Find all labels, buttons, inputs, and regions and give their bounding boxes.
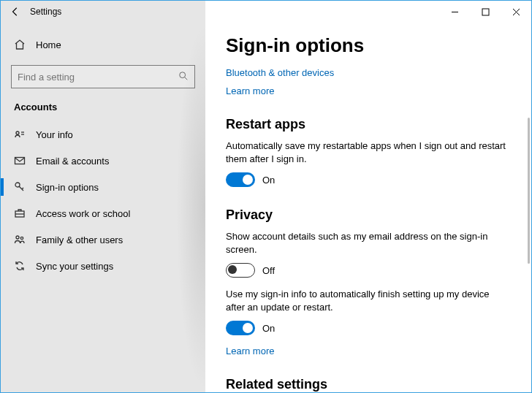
restart-apps-heading: Restart apps: [226, 117, 511, 132]
svg-point-14: [20, 237, 23, 239]
privacy-learn-more-link[interactable]: Learn more: [226, 346, 511, 356]
privacy-signin-info-toggle-row: On: [226, 321, 511, 335]
restart-apps-toggle-label: On: [262, 175, 275, 186]
privacy-show-account-toggle[interactable]: [226, 263, 255, 278]
person-card-icon: [14, 129, 26, 140]
learn-more-link[interactable]: Learn more: [226, 85, 511, 96]
sidebar: Home Accounts Your info Email & acco: [1, 23, 205, 392]
svg-line-5: [185, 77, 188, 80]
sidebar-item-sign-in-options[interactable]: Sign-in options: [1, 174, 205, 200]
svg-point-6: [16, 131, 19, 134]
privacy-show-account-toggle-row: Off: [226, 263, 511, 278]
people-icon: [14, 234, 26, 245]
titlebar: Settings: [1, 1, 531, 23]
sidebar-item-label: Email & accounts: [36, 156, 109, 167]
briefcase-icon: [14, 207, 26, 219]
svg-point-4: [180, 72, 186, 77]
sidebar-item-label: Your info: [36, 129, 73, 140]
sidebar-item-label: Family & other users: [36, 234, 123, 245]
sidebar-item-your-info[interactable]: Your info: [1, 121, 205, 148]
back-button[interactable]: [1, 7, 30, 17]
main-content: Sign-in options Bluetooth & other device…: [205, 23, 531, 392]
home-icon: [14, 39, 26, 50]
related-settings-heading: Related settings: [226, 377, 511, 392]
sidebar-item-label: Sync your settings: [36, 261, 113, 272]
home-label: Home: [36, 39, 61, 50]
privacy-signin-info-toggle[interactable]: [226, 321, 255, 335]
sidebar-item-label: Sign-in options: [36, 182, 99, 193]
svg-point-13: [16, 236, 19, 239]
maximize-button[interactable]: [470, 1, 501, 23]
privacy-heading: Privacy: [226, 207, 511, 223]
restart-apps-toggle[interactable]: [226, 172, 255, 187]
privacy-show-account-description: Show account details such as my email ad…: [226, 230, 511, 256]
privacy-show-account-toggle-label: Off: [262, 265, 275, 276]
restart-apps-toggle-row: On: [226, 172, 511, 187]
mail-icon: [14, 155, 26, 167]
scrollbar[interactable]: [528, 118, 530, 264]
search-box[interactable]: [11, 65, 195, 88]
sidebar-section-label: Accounts: [1, 102, 205, 112]
svg-rect-1: [482, 9, 489, 15]
minimize-button[interactable]: [439, 1, 470, 23]
settings-window: Settings Home: [0, 0, 532, 393]
key-icon: [14, 181, 26, 193]
close-button[interactable]: [501, 1, 531, 23]
search-icon: [178, 71, 189, 83]
window-controls: [439, 1, 531, 23]
home-button[interactable]: Home: [1, 31, 205, 58]
privacy-signin-info-toggle-label: On: [262, 323, 275, 334]
restart-apps-description: Automatically save my restartable apps w…: [226, 140, 511, 165]
body: Home Accounts Your info Email & acco: [1, 23, 531, 392]
sidebar-item-family-other-users[interactable]: Family & other users: [1, 226, 205, 253]
page-title: Sign-in options: [226, 34, 511, 57]
sync-icon: [14, 260, 26, 272]
bluetooth-devices-link[interactable]: Bluetooth & other devices: [226, 67, 511, 78]
privacy-signin-info-description: Use my sign-in info to automatically fin…: [226, 288, 511, 313]
sidebar-item-label: Access work or school: [36, 208, 130, 219]
sidebar-item-email-accounts[interactable]: Email & accounts: [1, 148, 205, 174]
search-input[interactable]: [18, 72, 178, 83]
window-title: Settings: [30, 7, 61, 17]
sidebar-item-access-work-school[interactable]: Access work or school: [1, 200, 205, 226]
sidebar-item-sync-settings[interactable]: Sync your settings: [1, 253, 205, 279]
